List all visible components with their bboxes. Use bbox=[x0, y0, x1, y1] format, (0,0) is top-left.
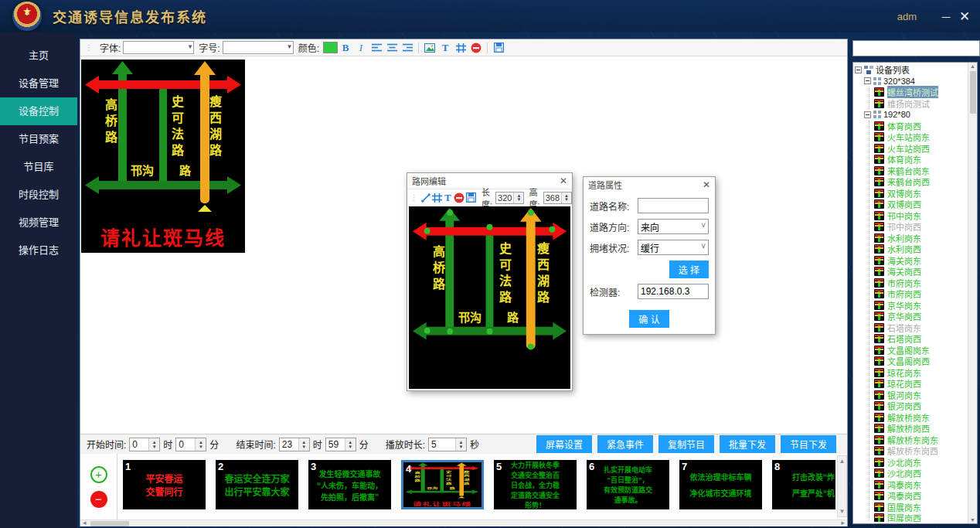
device-来鹤台岗东[interactable]: 来鹤台岗东 bbox=[874, 165, 967, 177]
editor-text-tool-icon[interactable]: T bbox=[444, 191, 452, 204]
device-文昌阁岗西[interactable]: 文昌阁岗西 bbox=[874, 356, 967, 367]
device-来鹤台岗西[interactable]: 来鹤台岗西 bbox=[874, 176, 967, 188]
device-国展岗西[interactable]: 国展岗西 bbox=[874, 513, 967, 522]
end-hour-spinner[interactable]: 23▲▼ bbox=[279, 438, 310, 451]
congestion-select[interactable]: 缓行 bbox=[638, 240, 709, 255]
road-name-input[interactable] bbox=[638, 198, 709, 213]
edit-road-label-bottom-b[interactable]: 路 bbox=[507, 308, 519, 325]
frame-thumbnail-6[interactable]: 6扎实开展电动车“百日整治”，有效预防道路交通事故。 bbox=[587, 460, 669, 509]
sidebar-item-设备管理[interactable]: 设备管理 bbox=[0, 70, 77, 97]
sidebar-item-视频管理[interactable]: 视频管理 bbox=[0, 209, 77, 237]
scrollbar-thumb[interactable] bbox=[90, 521, 129, 526]
insert-image-icon[interactable] bbox=[423, 41, 437, 54]
tree-root[interactable]: 设备列表 bbox=[855, 64, 967, 76]
device-京华岗东[interactable]: 京华岗东 bbox=[874, 300, 967, 312]
device-维扬岗测试[interactable]: 维扬岗测试 bbox=[874, 98, 967, 110]
device-解放桥岗东[interactable]: 解放桥岗东 bbox=[874, 412, 967, 424]
sidebar-item-操作日志[interactable]: 操作日志 bbox=[0, 237, 77, 264]
length-spinner[interactable]: 320 ▲▼ bbox=[495, 192, 524, 204]
device-银河岗东[interactable]: 银河岗东 bbox=[874, 390, 967, 401]
device-市府岗东[interactable]: 市府岗东 bbox=[874, 278, 967, 289]
device-邗中岗西[interactable]: 邗中岗西 bbox=[874, 221, 967, 233]
tree-vertical-scrollbar[interactable]: ▲ ▼ bbox=[968, 63, 977, 523]
end-minute-spinner[interactable]: 59▲▼ bbox=[325, 438, 356, 451]
frame-thumbnail-8[interactable]: 8打击改装“炸严查严处“机 bbox=[772, 460, 835, 509]
device-银河岗西[interactable]: 银河岗西 bbox=[874, 400, 967, 412]
device-文昌阁岗东[interactable]: 文昌阁岗东 bbox=[874, 345, 967, 356]
device-双博岗西[interactable]: 双博岗西 bbox=[874, 199, 967, 210]
device-琼花岗西[interactable]: 琼花岗西 bbox=[874, 378, 967, 390]
align-right-icon[interactable] bbox=[400, 41, 414, 54]
device-石塔岗东[interactable]: 石塔岗东 bbox=[874, 322, 967, 334]
frame-thumbnail-2[interactable]: 2春运安全连万家出行平安靠大家 bbox=[216, 460, 298, 509]
device-双博岗东[interactable]: 双博岗东 bbox=[874, 188, 967, 199]
action-button-批量下发[interactable]: 批量下发 bbox=[720, 435, 775, 453]
device-火车站岗东[interactable]: 火车站岗东 bbox=[874, 131, 967, 143]
scroll-right-icon[interactable]: ▸ bbox=[841, 519, 845, 526]
action-button-屏幕设置[interactable]: 屏幕设置 bbox=[536, 435, 592, 453]
road-network-edit-canvas[interactable]: 高桥路 史可法路 瘦西湖路 邗沟 路 bbox=[409, 206, 570, 389]
traffic-sign-preview[interactable]: 高桥路 史可法路 瘦西湖路 邗沟 路 请礼让斑马线 bbox=[81, 60, 245, 253]
device-火车站岗西[interactable]: 火车站岗西 bbox=[874, 143, 967, 155]
remove-frame-button[interactable]: − bbox=[90, 491, 107, 508]
add-frame-button[interactable]: + bbox=[90, 466, 107, 483]
font-size-select[interactable] bbox=[223, 41, 294, 54]
device-水利岗西[interactable]: 水利岗西 bbox=[874, 244, 967, 255]
action-button-节目下发[interactable]: 节目下发 bbox=[781, 435, 836, 453]
tree-group-320*384[interactable]: 320*384 bbox=[864, 76, 967, 87]
device-沙北岗东[interactable]: 沙北岗东 bbox=[874, 457, 967, 468]
frame-thumbnail-5[interactable]: 5大力开展秋冬季交通安全整治百日会战，全力稳定道路交通安全形势！ bbox=[494, 460, 577, 509]
frame-thumbnail-4[interactable]: 4 高桥路 史可法路 瘦西湖路 邗沟 路 请礼让斑马线 bbox=[401, 460, 484, 509]
sidebar-item-节目库[interactable]: 节目库 bbox=[0, 153, 77, 181]
device-鸿泰岗西[interactable]: 鸿泰岗西 bbox=[874, 490, 967, 502]
device-国展岗东[interactable]: 国展岗东 bbox=[874, 502, 967, 513]
italic-button[interactable]: I bbox=[354, 41, 368, 54]
thumbnail-vertical-scrollbar[interactable]: ▲ ▼ bbox=[837, 455, 847, 517]
duration-spinner[interactable]: 5▲▼ bbox=[428, 438, 467, 451]
device-海关岗东[interactable]: 海关岗东 bbox=[874, 255, 967, 267]
frame-thumbnail-3[interactable]: 3发生轻微交通事故“人未伤，车能动，先拍照，后撤离” bbox=[308, 460, 391, 509]
tree-scrollbar-thumb[interactable] bbox=[970, 71, 976, 114]
start-minute-spinner[interactable]: 0▲▼ bbox=[175, 438, 206, 451]
close-icon[interactable]: ✕ bbox=[955, 9, 974, 25]
editor-road-tool-icon[interactable] bbox=[432, 191, 442, 204]
edit-road-label-left[interactable]: 高桥路 bbox=[430, 245, 444, 294]
sidebar-item-时段控制[interactable]: 时段控制 bbox=[0, 181, 77, 209]
device-京华岗西[interactable]: 京华岗西 bbox=[874, 311, 967, 322]
device-石塔岗西[interactable]: 石塔岗西 bbox=[874, 333, 967, 345]
tree-group-192*80[interactable]: 192*80 bbox=[864, 109, 967, 121]
frame-thumbnail-7[interactable]: 7依法治理非标车辆净化城市交通环境 bbox=[679, 460, 762, 509]
edit-road-label-right[interactable]: 瘦西湖路 bbox=[535, 242, 549, 307]
device-search-input[interactable] bbox=[852, 40, 980, 56]
device-解放桥东岗东[interactable]: 解放桥东岗东 bbox=[874, 434, 967, 446]
edit-road-label-middle[interactable]: 史可法路 bbox=[497, 242, 511, 307]
align-center-icon[interactable] bbox=[385, 41, 399, 54]
props-close-icon[interactable]: ✕ bbox=[703, 179, 710, 190]
tree-scroll-down-icon[interactable]: ▼ bbox=[970, 517, 975, 523]
tree-scroll-up-icon[interactable]: ▲ bbox=[970, 63, 975, 69]
edit-road-label-bottom-a[interactable]: 邗沟 bbox=[458, 308, 481, 325]
device-体育岗西[interactable]: 体育岗西 bbox=[874, 121, 967, 132]
delete-element-icon[interactable] bbox=[469, 41, 483, 54]
action-button-紧急事件[interactable]: 紧急事件 bbox=[597, 435, 653, 453]
device-海关岗西[interactable]: 海关岗西 bbox=[874, 266, 967, 278]
collapse-icon[interactable] bbox=[864, 111, 871, 118]
road-direction-select[interactable]: 来向 bbox=[638, 219, 709, 234]
save-icon[interactable] bbox=[492, 41, 505, 54]
device-鸿泰岗东[interactable]: 鸿泰岗东 bbox=[874, 479, 967, 491]
start-hour-spinner[interactable]: 0▲▼ bbox=[129, 438, 160, 451]
device-解放桥岗西[interactable]: 解放桥岗西 bbox=[874, 423, 967, 434]
minimize-icon[interactable]: ─ bbox=[937, 10, 955, 23]
scroll-down-icon[interactable]: ▼ bbox=[839, 508, 846, 515]
thumbnail-horizontal-scrollbar[interactable]: ◂ ▸ bbox=[80, 519, 847, 526]
confirm-button[interactable]: 确 认 bbox=[629, 310, 669, 328]
text-tool-icon[interactable]: T bbox=[438, 41, 452, 54]
sidebar-item-主页[interactable]: 主页 bbox=[0, 42, 77, 70]
align-left-icon[interactable] bbox=[369, 41, 383, 54]
height-spinner[interactable]: 368 ▲▼ bbox=[543, 192, 572, 204]
device-琼花岗东[interactable]: 琼花岗东 bbox=[874, 367, 967, 379]
editor-close-icon[interactable]: ✕ bbox=[560, 175, 567, 186]
editor-delete-icon[interactable] bbox=[454, 191, 464, 204]
logged-in-user[interactable]: adm bbox=[897, 11, 917, 22]
collapse-icon[interactable] bbox=[864, 77, 871, 84]
